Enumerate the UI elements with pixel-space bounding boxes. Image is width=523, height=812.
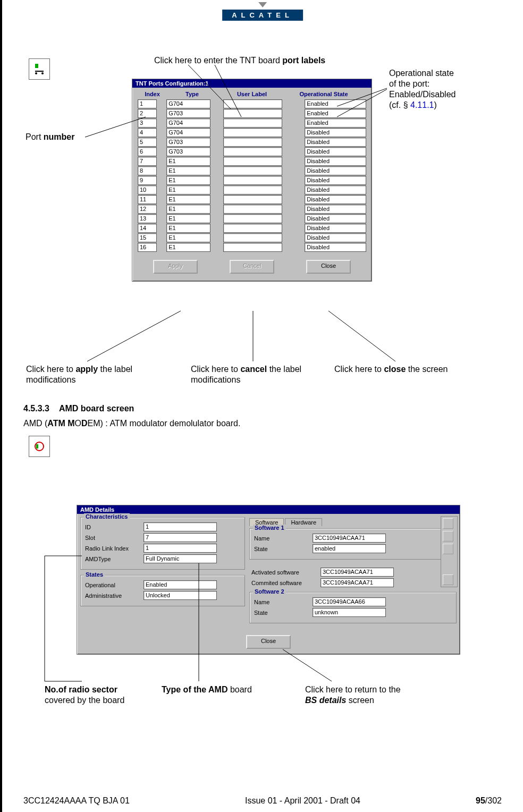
table-row: 3G704Enabled (138, 119, 366, 128)
state-field: Disabled (305, 166, 366, 175)
user-label-field[interactable] (223, 138, 282, 147)
id-field: 1 (144, 522, 217, 531)
state-field: Disabled (305, 157, 366, 166)
index-field: 13 (138, 214, 157, 223)
type-field: G703 (166, 147, 210, 156)
user-label-field[interactable] (223, 195, 282, 204)
svg-rect-7 (36, 444, 38, 449)
user-label-field[interactable] (223, 185, 282, 194)
sw2-state-field: unknown (313, 608, 386, 617)
user-label-field[interactable] (223, 176, 282, 185)
group-characteristics: Characteristics ID1 Slot7 Radio Link Ind… (80, 517, 245, 570)
index-field: 15 (138, 233, 157, 242)
table-row: 15E1Disabled (138, 233, 366, 242)
tab-hardware[interactable]: Hardware (285, 518, 322, 526)
user-label-field[interactable] (223, 128, 282, 137)
user-label-field[interactable] (223, 214, 282, 223)
toolbar-btn-3[interactable] (443, 544, 453, 554)
tnt-board-icon (29, 58, 50, 80)
close-button[interactable]: Close (306, 260, 351, 274)
user-label-field[interactable] (223, 157, 282, 166)
user-label-field[interactable] (223, 119, 282, 128)
tnt-window: TNT Ports Configuration:1 Index Type Use… (132, 79, 372, 282)
footer-left: 3CC12424AAAA TQ BJA 01 (23, 796, 130, 806)
operational-field: Enabled (144, 580, 217, 589)
table-row: 2G703Enabled (138, 109, 366, 118)
radio-link-index-field: 1 (144, 544, 217, 553)
sw2-name-field: 3CC10949ACAA66 (313, 597, 386, 606)
callout-close: Click here to close the screen (334, 364, 448, 375)
user-label-field[interactable] (223, 233, 282, 242)
footer-center: Issue 01 - April 2001 - Draft 04 (245, 796, 360, 806)
brand-header: ALCATEL (222, 10, 303, 21)
footer: 3CC12424AAAA TQ BJA 01 Issue 01 - April … (23, 796, 502, 806)
type-field: E1 (166, 243, 210, 252)
commited-software-field: 3CC10949ACAA71 (320, 578, 394, 587)
index-field: 5 (138, 138, 157, 147)
user-label-field[interactable] (223, 166, 282, 175)
amd-title: AMD Details (77, 505, 460, 514)
user-label-field[interactable] (223, 224, 282, 233)
callout-amd-type: Type of the AMD board (162, 684, 252, 695)
table-row: 6G703Disabled (138, 147, 366, 156)
state-field: Disabled (305, 176, 366, 185)
index-field: 6 (138, 147, 157, 156)
table-row: 14E1Disabled (138, 224, 366, 233)
toolbar-btn-1[interactable] (443, 518, 453, 529)
table-row: 11E1Disabled (138, 195, 366, 204)
type-field: G704 (166, 119, 210, 128)
svg-point-4 (41, 72, 44, 74)
state-field: Disabled (305, 214, 366, 223)
slot-field: 7 (144, 533, 217, 542)
state-field: Disabled (305, 185, 366, 194)
tnt-buttons: Apply Cancel Close (132, 256, 372, 281)
sw1-name-field: 3CC10949ACAA71 (313, 534, 386, 543)
svg-point-3 (35, 72, 37, 74)
index-field: 8 (138, 166, 157, 175)
index-field: 9 (138, 176, 157, 185)
state-field: Enabled (305, 99, 366, 108)
cancel-button[interactable]: Cancel (230, 260, 274, 274)
user-label-field[interactable] (223, 205, 282, 214)
type-field: G704 (166, 128, 210, 137)
amd-close-button[interactable]: Close (246, 635, 291, 649)
apply-button[interactable]: Apply (153, 260, 198, 274)
user-label-field[interactable] (223, 109, 282, 118)
tnt-col-headers: Index Type User Label Operational State (132, 88, 372, 99)
state-field: Disabled (305, 195, 366, 204)
table-row: 9E1Disabled (138, 176, 366, 185)
amd-window: AMD Details Characteristics ID1 Slot7 Ra… (77, 505, 460, 655)
callout-cancel: Click here to cancel the label modificat… (191, 364, 301, 385)
index-field: 14 (138, 224, 157, 233)
index-field: 12 (138, 205, 157, 214)
user-label-field[interactable] (223, 99, 282, 108)
user-label-field[interactable] (223, 147, 282, 156)
svg-line-15 (328, 311, 395, 361)
tnt-rows: 1G704Enabled2G703Enabled3G704Enabled4G70… (132, 99, 372, 256)
callout-radio-sector: No.of radio sector covered by the board (45, 684, 124, 706)
svg-rect-0 (33, 63, 46, 75)
callout-apply: Click here to apply the label modificati… (26, 364, 132, 385)
index-field: 3 (138, 119, 157, 128)
state-field: Disabled (305, 128, 366, 137)
table-row: 16E1Disabled (138, 243, 366, 252)
table-row: 10E1Disabled (138, 185, 366, 194)
state-field: Enabled (305, 109, 366, 118)
type-field: E1 (166, 185, 210, 194)
callout-bs-details: Click here to return to the BS details s… (305, 684, 401, 706)
index-field: 4 (138, 128, 157, 137)
table-row: 4G704Disabled (138, 128, 366, 137)
group-software-2: Software 2 Name3CC10949ACAA66 Stateunkno… (249, 592, 457, 623)
state-field: Disabled (305, 205, 366, 214)
toolbar-btn-2[interactable] (443, 531, 453, 542)
table-row: 1G704Enabled (138, 99, 366, 108)
group-software-1: Software 1 Name3CC10949ACAA71 Stateenabl… (249, 528, 457, 560)
toolbar-btn-4[interactable] (443, 574, 453, 585)
type-field: E1 (166, 157, 210, 166)
table-row: 13E1Disabled (138, 214, 366, 223)
user-label-field[interactable] (223, 243, 282, 252)
section-heading: 4.5.3.3AMD board screen (23, 404, 134, 413)
tnt-title: TNT Ports Configuration:1 (132, 79, 372, 88)
amd-toolbar (441, 516, 458, 587)
type-field: E1 (166, 224, 210, 233)
